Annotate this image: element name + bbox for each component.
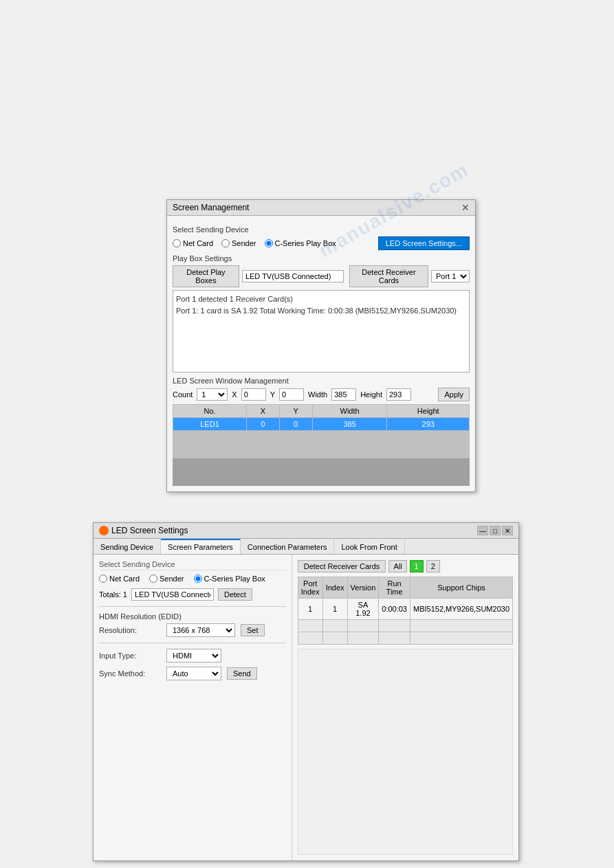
port-select[interactable]: Port 1 Port 2	[431, 270, 470, 282]
resolution-row: Resolution: 1366 x 768 1920 x 1080 Set	[99, 623, 286, 637]
count-label: Count	[173, 390, 193, 399]
log-line-1: Port 1 detected 1 Receiver Card(s)	[176, 293, 466, 305]
playbox-settings-section: Play Box Settings Detect Play Boxes Dete…	[173, 254, 470, 486]
radio-sender-label: Sender	[232, 239, 256, 247]
resolution-label: Resolution:	[99, 626, 161, 634]
col-x: X	[247, 405, 280, 418]
receiver-table-row-1[interactable]: 1 1 SA 1.92 0:00:03 MBI5152,MY9266,SUM20…	[298, 599, 512, 620]
led-settings-body: Select Sending Device Net Card Sender C-…	[94, 555, 518, 860]
rcol-chips: Support Chips	[410, 577, 512, 599]
tab-screen-parameters[interactable]: Screen Parameters	[161, 539, 241, 554]
tab-look-from-front[interactable]: Look From Front	[334, 539, 404, 554]
led-radio-net-card-input[interactable]	[99, 575, 107, 583]
led-table: No. X Y Width Height LED1 0 0 385 293	[173, 404, 470, 458]
height-label: Height	[360, 390, 382, 399]
led-radio-sender-input[interactable]	[149, 575, 157, 583]
window-controls: — □ ✕	[477, 526, 513, 535]
count-select[interactable]: 1 2	[197, 388, 228, 401]
section-divider-2	[99, 643, 286, 643]
led-radio-row: Net Card Sender C-Series Play Box	[99, 575, 286, 583]
playbox-settings-label: Play Box Settings	[173, 254, 470, 263]
set-btn[interactable]: Set	[241, 624, 265, 636]
led-window-mgmt-label: LED Screen Window Management	[173, 377, 470, 385]
radio-c-series[interactable]: C-Series Play Box	[265, 239, 336, 247]
cell-height: 293	[387, 418, 470, 431]
port-btn-2[interactable]: 2	[426, 560, 440, 572]
x-input[interactable]	[241, 388, 266, 401]
rcell-index: 1	[322, 599, 347, 620]
led-close-btn[interactable]: ✕	[502, 526, 513, 535]
led-settings-window: LED Screen Settings — □ ✕ Sending Device…	[93, 522, 519, 861]
log-area: Port 1 detected 1 Receiver Card(s) Port …	[173, 290, 470, 372]
device-name-input[interactable]	[131, 588, 214, 601]
col-no: No.	[173, 405, 247, 418]
playbox-name-input[interactable]	[242, 270, 344, 282]
col-width: Width	[312, 405, 387, 418]
input-type-label: Input Type:	[99, 652, 161, 660]
height-input[interactable]	[386, 388, 411, 401]
led-radio-sender[interactable]: Sender	[149, 575, 184, 583]
rcol-version: Version	[347, 577, 379, 599]
led-settings-titlebar: LED Screen Settings — □ ✕	[94, 523, 518, 539]
led-settings-title: LED Screen Settings	[111, 526, 188, 535]
receiver-empty-row-1	[298, 620, 512, 632]
rcell-chips: MBI5152,MY9266,SUM2030	[410, 599, 512, 620]
cell-width: 385	[312, 418, 387, 431]
all-btn[interactable]: All	[388, 560, 406, 572]
input-type-row: Input Type: HDMI DisplayPort	[99, 649, 286, 663]
tab-sending-device[interactable]: Sending Device	[94, 539, 161, 554]
rcol-port-index: Port Index	[298, 577, 322, 599]
rcol-index: Index	[322, 577, 347, 599]
led-title-left: LED Screen Settings	[99, 526, 188, 535]
sending-device-section-label: Select Sending Device	[173, 225, 470, 234]
resolution-select[interactable]: 1366 x 768 1920 x 1080	[166, 623, 235, 637]
table-row[interactable]: LED1 0 0 385 293	[173, 418, 470, 431]
led-radio-sender-label: Sender	[160, 575, 184, 583]
minimize-btn[interactable]: —	[477, 526, 488, 535]
detect-small-btn[interactable]: Detect	[218, 588, 252, 601]
col-height: Height	[387, 405, 470, 418]
maximize-btn[interactable]: □	[490, 526, 501, 535]
radio-c-series-label: C-Series Play Box	[275, 239, 336, 247]
width-input[interactable]	[331, 388, 356, 401]
receiver-toolbar: Detect Receiver Cards All 1 2	[298, 560, 513, 572]
radio-sender-input[interactable]	[221, 239, 230, 247]
input-type-select[interactable]: HDMI DisplayPort	[166, 649, 221, 663]
led-radio-net-card-label: Net Card	[109, 575, 140, 583]
radio-net-card-input[interactable]	[173, 239, 181, 247]
detect-receiver-right-btn[interactable]: Detect Receiver Cards	[298, 560, 386, 572]
radio-c-series-input[interactable]	[265, 239, 273, 247]
rcell-run-time: 0:00:03	[379, 599, 410, 620]
port-btn-1[interactable]: 1	[410, 560, 424, 572]
col-y: Y	[279, 405, 312, 418]
totals-row: Totals: 1 Detect	[99, 588, 286, 601]
receiver-table: Port Index Index Version Run Time Suppor…	[298, 577, 513, 645]
radio-sender[interactable]: Sender	[221, 239, 256, 247]
detect-receiver-btn[interactable]: Detect Receiver Cards	[349, 265, 428, 287]
tabs-row: Sending Device Screen Parameters Connect…	[94, 539, 518, 555]
x-label: X	[232, 390, 237, 399]
radio-net-card[interactable]: Net Card	[173, 239, 213, 247]
table-empty-row-2	[173, 445, 470, 458]
led-radio-net-card[interactable]: Net Card	[99, 575, 140, 583]
right-bottom-area	[298, 649, 513, 855]
screen-mgmt-close-btn[interactable]: ✕	[461, 203, 470, 212]
led-radio-c-series-label: C-Series Play Box	[204, 575, 265, 583]
led-radio-c-series[interactable]: C-Series Play Box	[194, 575, 265, 583]
radio-net-card-label: Net Card	[183, 239, 213, 247]
led-radio-c-series-input[interactable]	[194, 575, 202, 583]
totals-label: Totals: 1	[99, 590, 127, 599]
y-input[interactable]	[279, 388, 304, 401]
apply-btn[interactable]: Apply	[438, 388, 470, 401]
hdmi-section-label: HDMI Resolution (EDID)	[99, 612, 286, 621]
tab-connection-parameters[interactable]: Connection Parameters	[241, 539, 335, 554]
led-screen-settings-btn[interactable]: LED Screen Settings...	[378, 236, 470, 250]
receiver-empty-row-2	[298, 632, 512, 645]
bottom-gray-area	[173, 458, 470, 486]
section-divider-1	[99, 606, 286, 607]
sync-select[interactable]: Auto Manual	[166, 667, 221, 680]
send-btn[interactable]: Send	[227, 667, 257, 680]
sync-method-row: Sync Method: Auto Manual Send	[99, 667, 286, 680]
detect-playboxes-btn[interactable]: Detect Play Boxes	[173, 265, 239, 287]
y-label: Y	[270, 390, 275, 399]
